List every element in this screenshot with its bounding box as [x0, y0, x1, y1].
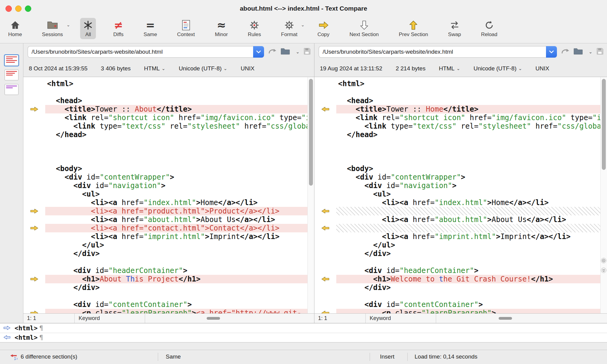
merge-right-arrow-icon[interactable]: [23, 105, 45, 113]
left-vertical-scrollbar[interactable]: [307, 77, 314, 313]
code-line[interactable]: [23, 156, 307, 164]
toolbar-format[interactable]: Format ⌄: [278, 18, 300, 39]
merge-left-arrow-icon[interactable]: [314, 309, 336, 313]
code-line[interactable]: [23, 292, 307, 300]
open-folder-icon[interactable]: [280, 47, 290, 56]
code-line[interactable]: <h1>About This Project</h1>: [23, 275, 307, 283]
code-line[interactable]: <link type="text/css" rel="stylesheet" h…: [314, 122, 600, 130]
toolbar-minor[interactable]: ≈ Minor: [212, 18, 231, 39]
toolbar-diffs[interactable]: ≠ Diffs: [110, 18, 126, 39]
close-window-button[interactable]: [5, 5, 12, 12]
right-path-dropdown-button[interactable]: [546, 46, 557, 58]
code-line[interactable]: <body>: [314, 164, 600, 173]
code-line[interactable]: <li><a href="imprint.html">Imprint</a></…: [23, 232, 307, 241]
code-line[interactable]: <head>: [314, 96, 600, 105]
code-line[interactable]: </div>: [23, 249, 307, 258]
code-line[interactable]: <link rel="shortcut icon" href="img/favi…: [314, 113, 600, 122]
zoom-window-button[interactable]: [25, 5, 31, 12]
chevron-down-icon[interactable]: ⌄: [296, 49, 300, 55]
jump-to-bottom-button[interactable]: [601, 268, 606, 273]
code-line[interactable]: <title>Tower :: About</title>: [23, 105, 307, 113]
toolbar-sessions[interactable]: Sessions ⌄: [39, 18, 66, 39]
code-line[interactable]: <ul>: [314, 190, 600, 198]
code-line[interactable]: [314, 292, 600, 300]
code-line[interactable]: <li><a href="contact.html">Contact</a></…: [23, 224, 307, 232]
code-line[interactable]: [23, 258, 307, 266]
code-line[interactable]: [314, 88, 600, 96]
session-thumbnail[interactable]: [5, 69, 19, 80]
merge-left-arrow-icon[interactable]: [314, 275, 336, 283]
code-line[interactable]: </head>: [314, 130, 600, 139]
chevron-down-icon[interactable]: ⌄: [588, 49, 592, 55]
toolbar-home[interactable]: Home: [5, 18, 25, 39]
merge-right-arrow-icon[interactable]: [23, 207, 45, 215]
toolbar-all[interactable]: All: [80, 18, 96, 39]
minimize-window-button[interactable]: [15, 5, 22, 12]
save-icon[interactable]: [596, 47, 604, 56]
save-icon[interactable]: [303, 47, 311, 56]
code-line[interactable]: <head>: [23, 96, 307, 105]
chevron-down-icon[interactable]: ⌄: [301, 22, 305, 28]
code-line[interactable]: <p class="learnParagraph"><a href="http:…: [23, 309, 307, 313]
code-line[interactable]: [23, 88, 307, 96]
open-folder-icon[interactable]: [573, 47, 583, 56]
encoding-select[interactable]: Unicode (UTF-8)⌄: [473, 65, 522, 72]
code-line[interactable]: </div>: [314, 283, 600, 292]
code-line[interactable]: <div id="contentContainer">: [314, 300, 600, 309]
code-line[interactable]: </div>: [314, 249, 600, 258]
right-vertical-scrollbar[interactable]: [600, 77, 607, 313]
toolbar-copy[interactable]: Copy: [315, 18, 332, 39]
toolbar-same[interactable]: = Same: [141, 18, 160, 39]
toolbar-prev-section[interactable]: Prev Section: [396, 18, 431, 39]
code-line[interactable]: [23, 139, 307, 147]
left-code-editor[interactable]: <html> <head> <title>Tower :: About</tit…: [23, 77, 314, 313]
code-line[interactable]: <div id="navigation">: [23, 181, 307, 190]
code-line[interactable]: [314, 156, 600, 164]
diff-detail-row[interactable]: <html> ¶: [0, 333, 607, 342]
code-line[interactable]: <div id="headerContainer">: [23, 266, 307, 275]
code-line[interactable]: </head>: [23, 130, 307, 139]
toolbar-swap[interactable]: Swap: [445, 18, 464, 39]
syntax-select[interactable]: HTML⌄: [144, 65, 165, 72]
scroll-scope-button[interactable]: [601, 258, 606, 263]
code-line[interactable]: <li><a href="index.html">Home</a></li>: [314, 198, 600, 207]
code-line[interactable]: <div id="headerContainer">: [314, 266, 600, 275]
code-line[interactable]: <link type="text/css" rel="stylesheet" h…: [23, 122, 307, 130]
code-line[interactable]: <li><a href="product.html">Product</a></…: [23, 207, 307, 215]
code-line[interactable]: [314, 139, 600, 147]
code-line[interactable]: <body>: [23, 164, 307, 173]
code-line[interactable]: <h1>Welcome to the Git Crash Course!</h1…: [314, 275, 600, 283]
code-line[interactable]: </div>: [23, 283, 307, 292]
scrollbar-thumb[interactable]: [309, 79, 313, 186]
code-line[interactable]: [314, 207, 600, 215]
toolbar-reload[interactable]: Reload: [478, 18, 500, 39]
chevron-down-icon[interactable]: ⌄: [66, 22, 70, 28]
left-file-path-input[interactable]: /Users/brunobrito/Sites/carparts-website…: [28, 46, 253, 58]
toolbar-next-section[interactable]: Next Section: [347, 18, 381, 39]
left-path-dropdown-button[interactable]: [253, 46, 264, 58]
encoding-select[interactable]: Unicode (UTF-8)⌄: [179, 65, 227, 72]
code-line[interactable]: <title>Tower :: Home</title>: [314, 105, 600, 113]
code-line[interactable]: <link rel="shortcut icon" href="img/favi…: [23, 113, 307, 122]
merge-left-arrow-icon[interactable]: [314, 207, 336, 215]
merge-right-arrow-icon[interactable]: [23, 224, 45, 232]
code-line[interactable]: <li><a href="about.html">About Us</a></l…: [314, 215, 600, 224]
toolbar-context[interactable]: Context: [174, 18, 198, 39]
toolbar-rules[interactable]: Rules: [245, 18, 264, 39]
code-line[interactable]: [314, 258, 600, 266]
code-line[interactable]: <p class="learnParagraph">: [314, 309, 600, 313]
code-line[interactable]: <html>: [23, 79, 307, 88]
code-line[interactable]: [23, 147, 307, 156]
code-line[interactable]: <div id="contentWrapper">: [314, 173, 600, 181]
merge-left-arrow-icon[interactable]: [314, 105, 336, 113]
code-line[interactable]: <li><a href="imprint.html">Imprint</a></…: [314, 232, 600, 241]
code-line[interactable]: </ul>: [314, 241, 600, 249]
session-thumbnail[interactable]: [5, 84, 19, 95]
code-line[interactable]: <div id="contentWrapper">: [23, 173, 307, 181]
code-line[interactable]: <li><a href="about.html">About Us</a></l…: [23, 215, 307, 224]
merge-right-arrow-icon[interactable]: [23, 275, 45, 283]
redo-arrow-icon[interactable]: [561, 47, 570, 56]
diff-detail-row[interactable]: <html> ¶: [0, 323, 607, 333]
merge-right-arrow-icon[interactable]: [23, 309, 45, 313]
right-code-editor[interactable]: <html> <head> <title>Tower :: Home</titl…: [314, 77, 607, 313]
